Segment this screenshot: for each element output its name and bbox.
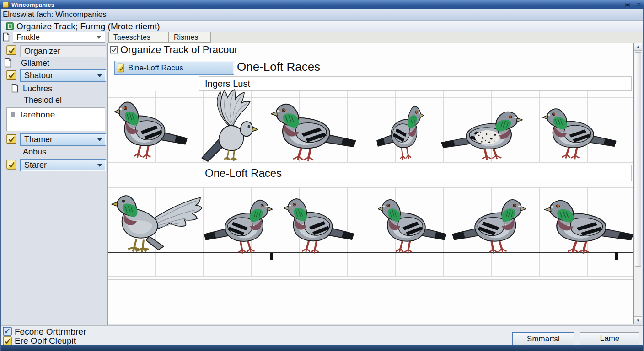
- scroll-up-arrow[interactable]: ▲: [634, 43, 642, 51]
- checkbox-icon[interactable]: [6, 45, 16, 55]
- row2-label: One-Loft Races: [199, 165, 632, 181]
- sidebar-dropdown-starer[interactable]: Starer: [20, 159, 106, 171]
- bottom-strip: [0, 345, 644, 351]
- tab-strip: Taeeschtes Rismes: [108, 32, 644, 43]
- pigeon-speckled-right: [437, 106, 523, 164]
- status-line-2: Ere Oolf Cleupit: [15, 336, 76, 346]
- page-icon: [11, 84, 19, 93]
- scroll-down-arrow[interactable]: ▼: [634, 316, 642, 324]
- lame-button[interactable]: Lame: [580, 332, 639, 345]
- pigeon-wings-raised: [195, 89, 264, 162]
- submenu-label[interactable]: Organize Track; Furmg (Mrote rtiemt): [16, 21, 160, 32]
- race-icon: [118, 63, 125, 73]
- pigeon-standing-right: [448, 194, 526, 258]
- wire-marker: [270, 253, 273, 260]
- page-icon: [2, 32, 10, 42]
- checkbox-icon[interactable]: [6, 160, 16, 170]
- checkbox-icon: [3, 336, 12, 346]
- chevron-down-icon: [97, 138, 102, 141]
- sidebar-dropdown-thamer[interactable]: Thamer: [20, 133, 106, 146]
- smmartsl-button[interactable]: Smmartsl: [512, 332, 574, 346]
- sidebar-textbox-tarehone[interactable]: Tarehone: [6, 107, 105, 131]
- window-title: Wincompanies: [11, 1, 54, 8]
- wire-marker: [615, 252, 618, 260]
- combobox-value: Fnakle: [16, 33, 40, 42]
- checkbox-icon[interactable]: [6, 70, 16, 80]
- race-title: One-Loft Races: [237, 60, 320, 74]
- sidebar-item-thesiod: Thesiod el: [24, 96, 62, 105]
- window-border-left: [0, 9, 1, 351]
- pigeon-standing-left: [271, 98, 360, 166]
- pigeon-standing-right: [200, 194, 273, 258]
- pigeon-standing-left: [378, 194, 450, 258]
- tab-taeeschtes[interactable]: Taeeschtes: [108, 32, 169, 43]
- one-loft-races-button[interactable]: Bine-Loff Racus: [114, 61, 234, 75]
- bullet-icon: [11, 112, 15, 117]
- chevron-down-icon: [97, 36, 101, 39]
- pigeon-standing-left: [542, 103, 620, 164]
- minimize-button[interactable]: –: [616, 0, 619, 9]
- record-icon: [3, 327, 12, 336]
- submenu-bar: Organize Track; Furmg (Mrote rtiemt): [0, 21, 644, 32]
- pigeon-standing-right: [374, 101, 424, 165]
- pigeon-standing-left: [114, 96, 191, 164]
- dropdown-value: Shatour: [24, 71, 53, 80]
- chevron-down-icon: [97, 164, 102, 167]
- textbox-divider: [7, 120, 104, 120]
- status-line-1: Fecone Orttrmbrer: [15, 327, 86, 337]
- app-icon: [3, 2, 9, 8]
- panel-seam: [0, 321, 644, 321]
- dropdown-value: Thamer: [24, 135, 53, 144]
- checkbox-icon[interactable]: [6, 134, 16, 144]
- status-bar: Fecone Orttrmbrer Ere Oolf Cleupit Smmar…: [0, 325, 644, 345]
- sidebar-dropdown-shatour[interactable]: Shatour: [20, 69, 106, 82]
- pigeon-standing-left: [544, 195, 638, 258]
- sidebar-item-gllamet: Gllamet: [21, 58, 49, 68]
- maximize-button[interactable]: ▣: [625, 0, 630, 9]
- sidebar-item-organizer[interactable]: Organizer: [20, 45, 106, 57]
- sidebar-item-aobus: Aobus: [23, 147, 46, 157]
- page-title: Organize Track of Pracour: [120, 44, 238, 56]
- tab-rismes[interactable]: Rismes: [169, 32, 211, 43]
- application-window: Wincompanies – ▣ ✕ Elreswiat fach: Winco…: [0, 0, 644, 351]
- organize-icon: [6, 22, 14, 30]
- menu-bar[interactable]: Elreswiat fach: Wincompanies: [0, 9, 644, 21]
- pigeon-standing-left: [284, 193, 358, 258]
- vertical-scrollbar[interactable]: ▲ ▼: [634, 43, 642, 324]
- file-combobox[interactable]: Fnakle: [13, 32, 105, 43]
- page-icon: [4, 58, 12, 68]
- close-button[interactable]: ✕: [637, 0, 641, 9]
- race-button-label: Bine-Loff Racus: [128, 64, 183, 73]
- sidebar-item-luchres: Luchres: [23, 84, 52, 94]
- toolbar-left: Fnakle: [0, 32, 108, 43]
- title-bar: Wincompanies – ▣ ✕: [0, 0, 644, 9]
- dropdown-value: Starer: [24, 160, 47, 170]
- textbox-value: Tarehone: [19, 110, 55, 120]
- chevron-down-icon: [97, 74, 102, 77]
- heading-checkbox-icon[interactable]: [110, 46, 118, 54]
- pigeon-wing-spread: [111, 191, 202, 259]
